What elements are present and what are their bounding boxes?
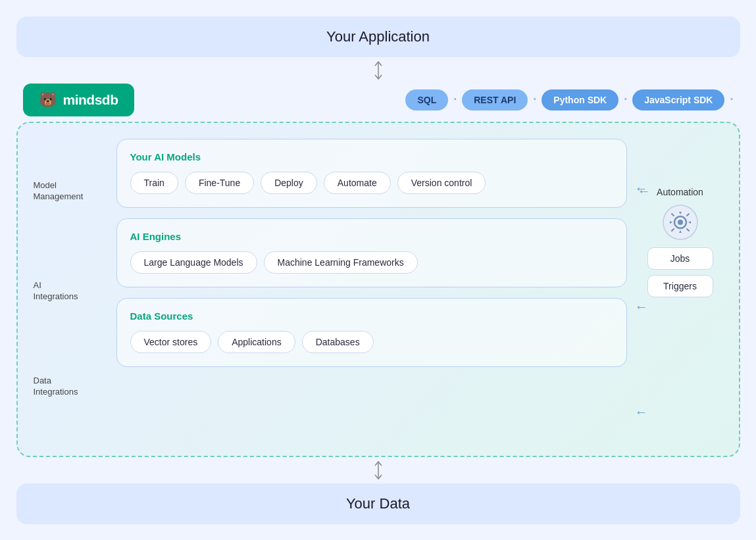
sql-button[interactable]: SQL: [405, 89, 448, 110]
automation-section: Automation Job: [647, 187, 713, 297]
model-management-label: ModelManagement: [34, 139, 106, 244]
ai-models-items: Train Fine-Tune Deploy Automate Version …: [130, 172, 613, 194]
main-container: ModelManagement AIIntegrations DataInteg…: [16, 122, 740, 457]
sdk-buttons-group: SQL · REST API · Python SDK · JavaScript…: [405, 89, 733, 110]
sdk-row: 🐻 mindsdb SQL · REST API · Python SDK · …: [16, 84, 740, 116]
your-application-bar: Your Application: [16, 16, 740, 57]
bottom-arrow-connector: [16, 457, 740, 483]
llm-item: Large Language Models: [130, 251, 257, 274]
ai-engines-block: AI Engines Large Language Models Machine…: [116, 218, 627, 287]
sep-3: ·: [624, 93, 627, 107]
deploy-item: Deploy: [261, 172, 317, 194]
logo-text: mindsdb: [63, 92, 118, 108]
data-integrations-label: DataIntegrations: [34, 339, 106, 435]
sep-2: ·: [533, 93, 536, 107]
mindsdb-logo: 🐻 mindsdb: [23, 84, 134, 116]
databases-item: Databases: [302, 331, 374, 353]
data-sources-items: Vector stores Applications Databases: [130, 331, 613, 353]
data-sources-title: Data Sources: [130, 310, 613, 322]
version-control-item: Version control: [397, 172, 486, 194]
ai-integrations-label: AIIntegrations: [34, 244, 106, 339]
data-arrow-overlay: ←: [635, 405, 648, 420]
ai-engines-items: Large Language Models Machine Learning F…: [130, 251, 613, 274]
data-arrow-overlay-icon: ←: [635, 405, 648, 419]
fine-tune-item: Fine-Tune: [185, 172, 254, 194]
ai-arrow-overlay: ←: [635, 299, 648, 314]
model-arrow-overlay: ←: [635, 181, 648, 196]
center-blocks: Your AI Models Train Fine-Tune Deploy Au…: [116, 139, 627, 435]
right-panel: ← Automation: [638, 139, 723, 435]
ai-models-title: Your AI Models: [130, 151, 613, 162]
javascript-sdk-button[interactable]: JavaScript SDK: [632, 89, 724, 110]
triggers-button[interactable]: Triggers: [647, 275, 713, 297]
rest-api-button[interactable]: REST API: [462, 89, 528, 110]
data-sources-block: Data Sources Vector stores Applications …: [116, 298, 627, 367]
content-area: ModelManagement AIIntegrations DataInteg…: [34, 139, 723, 435]
model-arrow-overlay-icon: ←: [635, 181, 648, 195]
jobs-button[interactable]: Jobs: [647, 247, 713, 270]
sep-1: ·: [453, 93, 457, 107]
ai-arrow-overlay-icon: ←: [635, 299, 648, 314]
train-item: Train: [130, 172, 178, 194]
ai-engines-title: AI Engines: [130, 231, 613, 242]
vector-stores-item: Vector stores: [130, 331, 212, 353]
ai-models-block: Your AI Models Train Fine-Tune Deploy Au…: [116, 139, 627, 208]
automation-label: Automation: [657, 187, 703, 197]
gear-icon: [661, 203, 700, 242]
python-sdk-button[interactable]: Python SDK: [542, 89, 618, 110]
left-labels: ModelManagement AIIntegrations DataInteg…: [34, 139, 106, 435]
applications-item: Applications: [218, 331, 295, 353]
automate-item: Automate: [324, 172, 391, 194]
top-arrow-connector: [16, 57, 740, 84]
bear-icon: 🐻: [39, 91, 57, 109]
ml-frameworks-item: Machine Learning Frameworks: [264, 251, 418, 274]
sep-4: ·: [730, 93, 733, 107]
your-data-bar: Your Data: [16, 483, 740, 524]
svg-point-3: [678, 220, 683, 225]
